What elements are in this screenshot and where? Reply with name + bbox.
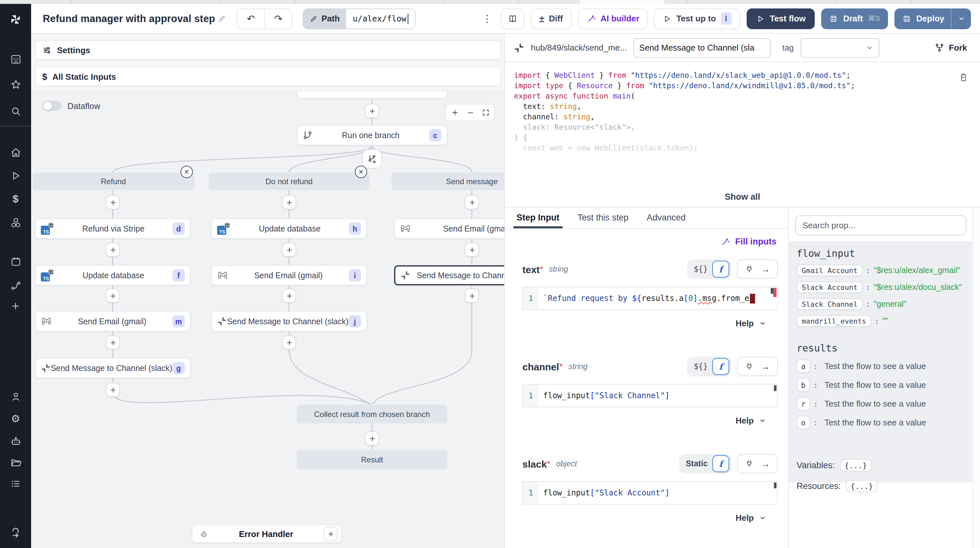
insert-step-button[interactable] [365,104,379,118]
step-node-update-database[interactable]: TS Update database f [35,265,191,285]
step-node-send-email[interactable]: Send Email (gmail) i [211,265,367,285]
insert-step-button[interactable] [106,335,120,350]
remove-branch-button[interactable]: ✕ [180,166,193,178]
variables-dollar-icon[interactable]: $ [8,192,23,206]
insert-step-button[interactable] [282,335,296,350]
home-icon[interactable] [8,145,23,159]
folder-icon[interactable] [8,455,23,470]
step-node-refund-via-stripe[interactable]: TS Refund via Stripe d [35,218,191,239]
plug-icon[interactable] [745,459,754,468]
collect-result-node[interactable]: Collect result from chosen branch [297,405,447,424]
remove-branch-button[interactable]: ✕ [355,166,367,178]
tab-advanced[interactable]: Advanced [647,213,686,228]
copy-code-icon[interactable] [959,73,968,82]
path-input[interactable]: u/alex/flow [346,9,415,28]
flow-settings-bar[interactable]: Settings [35,40,501,60]
plug-icon[interactable] [745,264,754,274]
deploy-dropdown-chevron[interactable] [951,8,971,29]
expression-mode-button[interactable]: f [712,261,729,277]
schedules-calendar-icon[interactable] [8,254,23,269]
script-code-preview[interactable]: import { WebClient } from "https://deno.… [505,62,980,207]
step-node-send-email[interactable]: Send Email (gmail) m [35,311,191,331]
apps-grid-icon[interactable] [8,52,23,66]
star-icon[interactable] [8,77,23,91]
tab-step-input[interactable]: Step Input [517,213,559,228]
more-options-kebab-icon[interactable]: ⋮ [480,13,495,24]
insert-step-button[interactable] [282,288,296,303]
path-label[interactable]: Path [303,9,346,28]
fill-inputs-button[interactable]: Fill inputs [735,237,777,247]
help-toggle[interactable]: Help [522,407,778,425]
step-node-send-slack-message[interactable]: Send Message to Channel (slack) j [211,311,367,331]
insert-step-button[interactable] [106,242,120,257]
add-error-handler-button[interactable] [323,527,338,541]
insert-step-button[interactable] [106,195,120,209]
error-handler-node[interactable]: Error Handler [192,525,342,543]
undo-button[interactable]: ↶ [237,9,264,28]
help-toggle[interactable]: Help [522,505,778,523]
variables-chip[interactable]: {...} [840,459,872,472]
arrow-right-icon[interactable]: → [761,459,770,469]
flow-input-node[interactable] [297,91,447,99]
dataflow-toggle[interactable] [42,100,62,111]
step-node-send-slack-message-selected[interactable]: Send Message to Channel (slack [394,265,504,285]
result-row[interactable]: b :Test the flow to see a value [797,378,964,392]
windmill-logo-icon[interactable] [8,12,23,27]
branch-header-send-message[interactable]: Send message [391,172,504,190]
branch-root-node[interactable]: Run one branch c [297,125,447,145]
text-expression-editor[interactable]: 1 `Refund request by ${results.a[0].msg.… [522,287,778,310]
insert-step-button[interactable] [282,242,296,257]
settings-gear-icon[interactable]: ⚙ [8,411,23,425]
show-all-button[interactable]: Show all [505,192,980,202]
fit-view-icon[interactable] [482,108,490,117]
tab-test-this-step[interactable]: Test this step [578,213,629,228]
insert-step-button[interactable] [365,431,379,446]
insert-step-button[interactable] [465,242,479,257]
arrow-right-icon[interactable]: → [761,264,770,274]
redo-button[interactable]: ↷ [264,9,292,28]
prop-row[interactable]: Slack Channel :"general" [797,298,964,310]
deploy-button[interactable]: Deploy [894,8,971,29]
tag-select[interactable] [800,38,879,57]
input-mode-toggle[interactable]: ${} f [687,260,731,279]
ai-builder-button[interactable]: AI builder [578,8,648,29]
zoom-in-button[interactable]: ＋ [450,106,460,119]
expression-mode-button[interactable]: f [712,455,729,472]
hub-script-path[interactable]: hub/849/slack/send_me... [531,43,627,53]
docs-button[interactable] [501,8,524,29]
route-icon[interactable] [8,278,23,293]
result-row[interactable]: a :Test the flow to see a value [797,359,964,373]
flow-title[interactable]: Refund manager with approval step [43,13,215,24]
edit-title-pencil-icon[interactable] [218,14,226,23]
prop-row[interactable]: mandrill_events :"" [797,315,964,327]
insert-step-button[interactable] [282,195,296,209]
search-prop-input[interactable] [795,215,966,236]
variables-row[interactable]: Variables: {...} [797,459,964,472]
logs-list-icon[interactable] [8,477,23,491]
zoom-out-button[interactable]: − [468,107,474,118]
scrollbar-track[interactable] [972,207,980,548]
branch-header-do-not-refund[interactable]: Do not refund [209,172,369,190]
fork-button[interactable]: Fork [935,43,967,53]
branch-header-refund[interactable]: Refund [32,172,194,190]
step-node-send-email[interactable]: Send Email (gmail) [394,218,504,239]
arrow-right-icon[interactable]: → [761,361,770,371]
step-node-update-database[interactable]: TS Update database h [211,218,367,239]
all-static-inputs-bar[interactable]: $ All Static Inputs [35,67,501,86]
prop-row[interactable]: Slack Account :"$res:u/alex/docu_slack" [797,282,964,293]
insert-step-button[interactable] [106,382,120,397]
flow-canvas[interactable]: Dataflow ＋ − Run one branch c Re [31,91,504,548]
prop-row[interactable]: Gmail Account :"$res:u/alex/alex_gmail" [797,264,964,276]
help-arrow-icon[interactable] [8,525,23,540]
diff-button[interactable]: ± Diff [531,8,571,29]
search-icon[interactable] [8,104,23,118]
help-toggle[interactable]: Help [522,310,778,328]
insert-step-button[interactable] [465,195,479,209]
result-node[interactable]: Result [297,450,447,469]
resources-chip[interactable]: {...} [846,480,878,492]
runs-play-icon[interactable] [8,169,23,183]
resources-row[interactable]: Resources: {...} [797,480,964,492]
resources-cubes-icon[interactable] [8,215,23,229]
input-mode-toggle[interactable]: ${} f [687,357,731,376]
plus-icon[interactable] [8,299,23,313]
